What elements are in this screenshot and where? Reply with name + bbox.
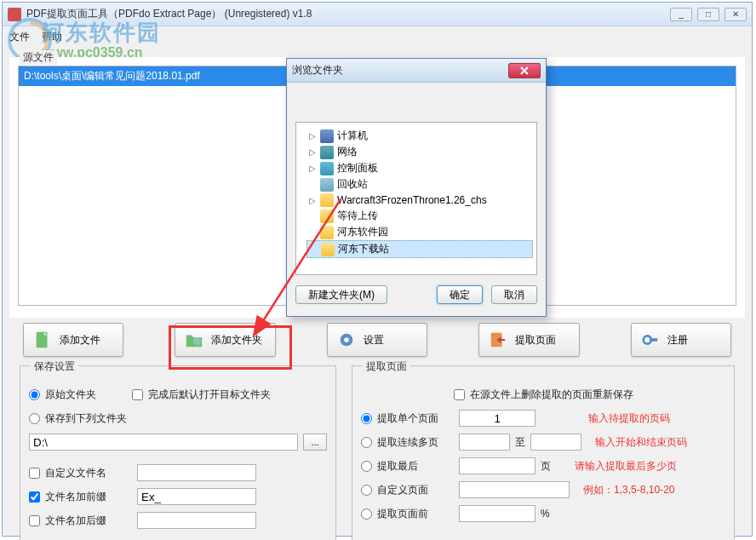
ok-button[interactable]: 确定 xyxy=(437,285,483,304)
watermark-name: 河东软件园 xyxy=(42,18,161,48)
maximize-button[interactable]: □ xyxy=(697,8,719,21)
label-auto-open: 完成后默认打开目标文件夹 xyxy=(148,388,271,402)
label-custom-name: 自定义文件名 xyxy=(45,466,106,480)
prefix-input[interactable] xyxy=(137,488,256,505)
label-suffix: 文件名加后缀 xyxy=(45,514,106,528)
radio-save-to[interactable] xyxy=(29,413,40,424)
svg-point-4 xyxy=(344,337,349,342)
control-panel-icon xyxy=(320,162,334,175)
folder-icon xyxy=(184,330,204,350)
folder-icon xyxy=(320,193,334,207)
radio-last[interactable] xyxy=(361,461,372,472)
tree-control-panel[interactable]: ▷控制面板 xyxy=(306,160,533,176)
save-group-label: 保存设置 xyxy=(31,359,78,374)
tree-folder-warcraft[interactable]: ▷Warcraft3FrozenThrone1.26_chs xyxy=(306,192,533,208)
save-settings-group: 保存设置 原始文件夹 完成后默认打开目标文件夹 保存到下列文件夹 ... xyxy=(20,365,336,540)
add-file-button[interactable]: 添加文件 xyxy=(23,323,123,357)
radio-single-page[interactable] xyxy=(361,413,372,424)
extract-icon xyxy=(488,330,508,350)
label-percent: % xyxy=(541,508,550,520)
label-to: 至 xyxy=(515,435,525,450)
last-input[interactable] xyxy=(459,457,536,474)
file-icon xyxy=(32,330,53,350)
tree-recycle[interactable]: 回收站 xyxy=(306,176,533,192)
network-icon xyxy=(320,146,334,159)
close-button[interactable]: ✕ xyxy=(724,8,747,21)
browse-button[interactable]: ... xyxy=(303,434,327,451)
register-button[interactable]: 注册 xyxy=(631,323,731,357)
label-pages: 页 xyxy=(541,459,551,474)
hint-last: 请输入提取最后多少页 xyxy=(575,459,677,474)
recycle-icon xyxy=(320,178,334,192)
label-save-to: 保存到下列文件夹 xyxy=(45,411,127,426)
gear-icon xyxy=(336,330,357,350)
radio-original-folder[interactable] xyxy=(29,389,40,400)
svg-rect-7 xyxy=(650,338,657,342)
dialog-close-button[interactable] xyxy=(508,63,541,78)
svg-point-2 xyxy=(193,337,201,345)
label-before: 提取页面前 xyxy=(377,507,454,521)
chk-prefix[interactable] xyxy=(29,491,40,503)
label-custom: 自定义页面 xyxy=(377,483,454,497)
tree-folder-upload[interactable]: 等待上传 xyxy=(306,208,533,224)
settings-button[interactable]: 设置 xyxy=(327,323,427,357)
radio-range[interactable] xyxy=(361,437,372,448)
label-original-folder: 原始文件夹 xyxy=(45,388,96,402)
cancel-button[interactable]: 取消 xyxy=(491,285,537,304)
custom-input[interactable] xyxy=(459,481,570,498)
folder-icon xyxy=(320,226,334,239)
app-icon xyxy=(8,8,21,21)
single-page-input[interactable] xyxy=(459,410,536,427)
label-single: 提取单个页面 xyxy=(377,411,454,426)
folder-icon xyxy=(320,210,334,223)
key-icon xyxy=(640,330,661,350)
hint-custom: 例如：1,3,5-8,10-20 xyxy=(583,483,674,497)
extract-page-button[interactable]: 提取页面 xyxy=(478,323,579,357)
tree-network[interactable]: ▷网络 xyxy=(306,144,533,160)
range-to-input[interactable] xyxy=(530,434,581,451)
custom-name-input[interactable] xyxy=(137,464,256,481)
folder-icon xyxy=(321,243,335,256)
range-from-input[interactable] xyxy=(459,434,510,451)
computer-icon xyxy=(320,129,334,143)
dialog-titlebar: 浏览文件夹 xyxy=(287,59,546,83)
dialog-title: 浏览文件夹 xyxy=(292,63,508,78)
browse-folder-dialog: 浏览文件夹 ▷计算机 ▷网络 ▷控制面板 回收站 ▷Warcraft3Froze… xyxy=(286,58,547,317)
tree-folder-download-selected[interactable]: 河东下载站 xyxy=(306,240,533,258)
chk-suffix[interactable] xyxy=(29,515,40,526)
chk-resave[interactable] xyxy=(454,389,465,400)
chk-auto-open[interactable] xyxy=(132,389,143,400)
suffix-input[interactable] xyxy=(137,512,256,529)
source-group-label: 源文件 xyxy=(20,50,57,65)
label-prefix: 文件名加前缀 xyxy=(45,490,106,504)
close-icon xyxy=(520,66,529,75)
dialog-buttons: 新建文件夹(M) 确定 取消 xyxy=(287,280,546,309)
new-folder-button[interactable]: 新建文件夹(M) xyxy=(295,285,387,304)
radio-before[interactable] xyxy=(361,508,372,520)
label-range: 提取连续多页 xyxy=(377,435,454,450)
minimize-button[interactable]: ⎯ xyxy=(670,8,692,21)
add-folder-button[interactable]: 添加文件夹 xyxy=(175,323,275,357)
extract-page-group: 提取页面 在源文件上删除提取的页面重新保存 提取单个页面 输入待提取的页码 提取… xyxy=(352,365,735,540)
radio-custom[interactable] xyxy=(361,485,372,496)
folder-tree[interactable]: ▷计算机 ▷网络 ▷控制面板 回收站 ▷Warcraft3FrozenThron… xyxy=(295,122,537,275)
chk-custom-name[interactable] xyxy=(29,468,40,479)
hint-range: 输入开始和结束页码 xyxy=(595,435,687,450)
label-last: 提取最后 xyxy=(377,459,454,474)
tree-computer[interactable]: ▷计算机 xyxy=(306,128,533,144)
path-input[interactable] xyxy=(29,434,298,451)
label-resave: 在源文件上删除提取的页面重新保存 xyxy=(470,388,633,402)
before-input[interactable] xyxy=(459,505,536,522)
hint-single: 输入待提取的页码 xyxy=(588,411,670,426)
toolbar: 添加文件 添加文件夹 设置 提取页面 注册 xyxy=(9,318,745,362)
tree-folder-hedong[interactable]: 河东软件园 xyxy=(306,224,533,240)
extract-group-label: 提取页面 xyxy=(363,359,410,374)
